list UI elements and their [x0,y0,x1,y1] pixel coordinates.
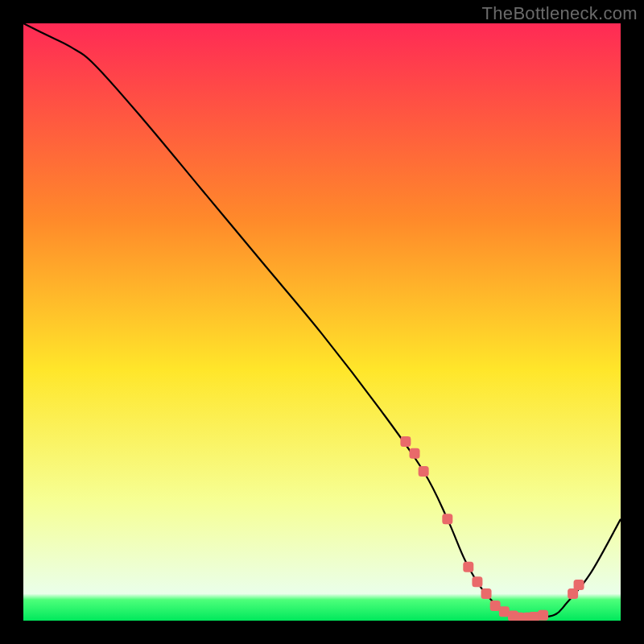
chart-svg [23,23,621,621]
highlight-marker [568,588,578,599]
highlight-marker [529,612,539,621]
chart-plot-area [23,23,621,621]
highlight-marker [514,613,524,621]
chart-background-gradient [23,23,621,621]
watermark-text: TheBottleneck.com [482,3,638,24]
highlight-marker [410,448,420,459]
highlight-marker [400,436,411,447]
chart-outer-frame: TheBottleneck.com [0,0,644,644]
highlight-marker [574,580,584,590]
highlight-marker [463,562,473,572]
highlight-marker [499,606,510,617]
highlight-marker [472,576,482,587]
highlight-marker [490,601,501,611]
highlight-marker [481,588,492,599]
highlight-marker [442,514,452,524]
highlight-marker [419,466,429,477]
highlight-marker [538,610,548,621]
